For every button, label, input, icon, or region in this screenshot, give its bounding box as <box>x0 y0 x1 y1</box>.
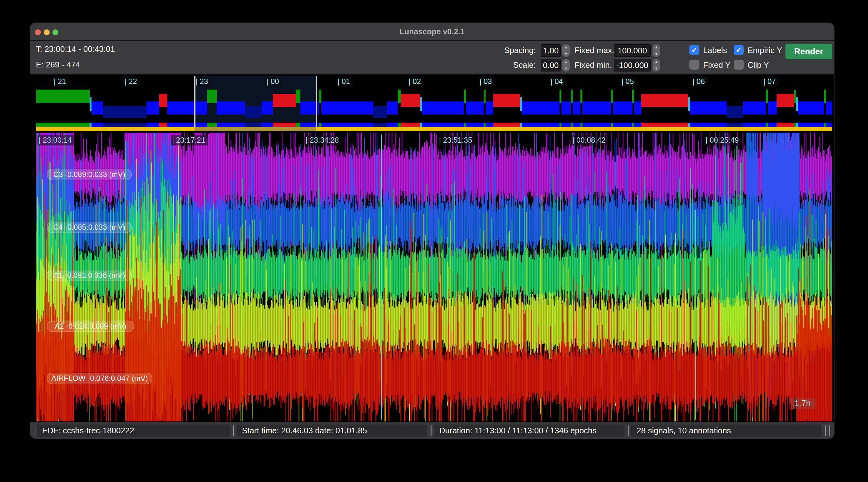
status-separator <box>431 425 432 436</box>
toolbar: T: 23:00:14 - 00:43:01 E: 269 - 474 Spac… <box>30 41 834 75</box>
hypnogram-stage-N2 <box>826 101 832 115</box>
spacing-stepper: ▲ ▼ <box>562 44 570 57</box>
hypnogram-mini-stage-N2 <box>522 123 560 127</box>
hypnogram-stage-R <box>159 94 167 107</box>
empiric-y-checkbox-label: Empiric Y <box>747 45 782 55</box>
hypnogram-hour-label: | 03 <box>478 77 495 87</box>
hypnogram-stage-W <box>560 90 561 103</box>
hypnogram-stages <box>36 89 832 118</box>
hypnogram-stage-N2 <box>422 101 464 115</box>
hypnogram-stage-W <box>484 90 486 103</box>
selection-right-handle[interactable] <box>316 76 317 127</box>
hypnogram-mini-stage-N2 <box>262 123 273 127</box>
spacing-input[interactable] <box>541 44 561 57</box>
hypnogram-mini-stage-R <box>273 123 296 127</box>
hypnogram-stage-W <box>319 90 321 103</box>
hypnogram-mini-stage-N2 <box>798 123 824 127</box>
selection-left-handle[interactable] <box>194 76 195 127</box>
fixed-y-checkbox[interactable] <box>689 60 700 70</box>
scale-stepper-down[interactable]: ▼ <box>564 67 568 70</box>
hypnogram-stage-N2 <box>798 101 824 115</box>
fixed-max-stepper-down[interactable]: ▼ <box>655 52 658 56</box>
hypnogram-hour-label: | 06 <box>691 77 708 87</box>
hypnogram-mini-stage-N2 <box>613 123 632 127</box>
hypnogram-mini-stage-N3 <box>373 123 387 127</box>
spacing-stepper-up[interactable]: ▲ <box>564 45 568 49</box>
hypnogram-mini-stage-N2 <box>634 123 641 127</box>
hypnogram-mini-stage-N2 <box>147 123 159 127</box>
hypnogram-stage-N2 <box>167 101 207 115</box>
hypnogram-mini-stage-W <box>296 123 300 127</box>
render-button[interactable]: Render <box>785 44 832 59</box>
hypnogram-hour-label: | 00 <box>266 77 282 87</box>
hypnogram-mini-stage-R <box>159 123 167 127</box>
hypnogram-stage-W <box>398 90 401 103</box>
hypnogram-timeline-selection-dim <box>194 127 316 131</box>
hypnogram-stage-N2 <box>262 101 273 115</box>
signal-label-A1: A1 -0.091:0.036 (mV) <box>47 270 132 281</box>
plot-time-label: | 23:00:14 <box>37 135 75 146</box>
hypnogram-stage-W <box>581 90 582 103</box>
fixed-min-stepper-down[interactable]: ▼ <box>655 67 658 70</box>
hypnogram-mini-stage-N2 <box>690 123 726 127</box>
hypnogram-mini-stage-N2 <box>826 123 832 127</box>
clip-y-checkbox[interactable] <box>734 60 744 70</box>
hypnogram-stage-N2 <box>561 101 571 115</box>
hypnogram-stage-N2 <box>486 101 493 115</box>
hypnogram-stage-R <box>777 94 794 107</box>
signal-canvas[interactable] <box>36 132 832 422</box>
hypnogram-stage-N2 <box>768 101 777 115</box>
status-grip[interactable] <box>829 425 830 436</box>
hypnogram-stage-N2 <box>613 101 632 115</box>
hypnogram-mini-stage-N2 <box>167 123 207 127</box>
hypnogram-stage-N2 <box>147 101 159 115</box>
status-duration: Duration: 11:13:00 / 11:13:00 / 1346 epo… <box>434 424 624 437</box>
hypnogram-mini-stage-N2 <box>217 123 245 127</box>
labels-checkbox[interactable]: ✓ <box>689 45 700 55</box>
hypnogram-stage-N3 <box>726 106 743 118</box>
spacing-stepper-down[interactable]: ▼ <box>564 52 568 56</box>
window-duration-badge: 1.7h <box>790 398 815 409</box>
hypnogram-stage-N2 <box>91 101 103 115</box>
hypnogram-stage-N2 <box>743 101 766 115</box>
hypnogram-stage-N2 <box>572 101 581 115</box>
hypnogram-hour-label: | 01 <box>336 77 353 87</box>
hypnogram-mini-stage-N2 <box>466 123 484 127</box>
scale-input[interactable] <box>541 59 561 71</box>
signal-label-A2: A2 -0.024:0.099 (mV) <box>47 321 134 332</box>
scale-label: Scale: <box>498 60 536 70</box>
hypnogram-hour-label: | 22 <box>123 77 140 87</box>
hypnogram-stage-W <box>207 90 217 103</box>
hypnogram-stage-W <box>632 90 634 103</box>
hypnogram-mini-stage-W <box>398 123 401 127</box>
hypnogram-stage-W <box>296 90 300 103</box>
status-bar: EDF: ccshs-trec-1800222 Start time: 20.4… <box>30 422 834 439</box>
hypnogram-strip[interactable]: | 21| 22| 23| 00| 01| 02| 03| 04| 05| 06… <box>36 76 832 131</box>
hypnogram-mini-stage-N2 <box>486 123 493 127</box>
fixed-max-input[interactable] <box>614 44 651 57</box>
hypnogram-stage-R <box>493 94 520 107</box>
window-title: Lunascope v0.2.1 <box>30 27 834 36</box>
clip-y-checkbox-label: Clip Y <box>747 60 769 70</box>
hypnogram-stage-W <box>36 90 90 103</box>
hypnogram-mini-stage-N2 <box>321 123 373 127</box>
fixed-min-stepper: ▲ ▼ <box>653 59 660 71</box>
hypnogram-stage-N1 <box>796 97 798 111</box>
hypnogram-stage-N2 <box>321 101 373 115</box>
fixed-min-input[interactable] <box>614 59 651 71</box>
hypnogram-mini-stage-R <box>401 123 420 127</box>
hypnogram-mini-stage-N2 <box>582 123 611 127</box>
spacing-label: Spacing: <box>498 45 536 55</box>
fixed-min-stepper-up[interactable]: ▲ <box>655 60 658 64</box>
fixed-max-stepper-up[interactable]: ▲ <box>655 45 658 49</box>
scale-stepper-up[interactable]: ▲ <box>564 60 568 64</box>
empiric-y-checkbox[interactable]: ✓ <box>734 45 744 55</box>
hypnogram-mini-stage-N1 <box>796 123 798 127</box>
hypnogram-mini-stage-N2 <box>743 123 766 127</box>
hypnogram-stage-R <box>641 94 688 107</box>
hypnogram-stage-W <box>464 90 466 103</box>
hypnogram-stage-N3 <box>103 106 147 118</box>
plot-time-label: | 23:51:35 <box>438 135 475 146</box>
status-grip[interactable] <box>825 425 826 436</box>
labels-checkbox-label: Labels <box>703 45 727 55</box>
